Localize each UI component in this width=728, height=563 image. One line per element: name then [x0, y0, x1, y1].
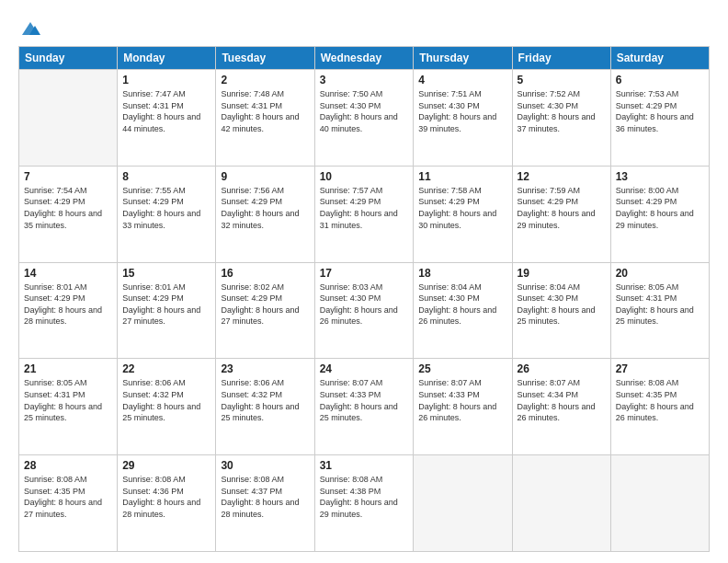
calendar-cell: 14Sunrise: 8:01 AMSunset: 4:29 PMDayligh…	[19, 262, 118, 359]
day-info: Sunrise: 8:04 AMSunset: 4:30 PMDaylight:…	[518, 282, 606, 327]
calendar: SundayMondayTuesdayWednesdayThursdayFrid…	[18, 46, 710, 552]
day-number: 11	[418, 170, 506, 183]
calendar-cell: 11Sunrise: 7:58 AMSunset: 4:29 PMDayligh…	[414, 166, 512, 262]
day-number: 19	[518, 267, 606, 280]
calendar-cell	[512, 455, 610, 552]
day-info: Sunrise: 7:56 AMSunset: 4:29 PMDaylight:…	[221, 185, 309, 231]
calendar-cell: 5Sunrise: 7:52 AMSunset: 4:30 PMDaylight…	[512, 70, 610, 167]
day-number: 26	[518, 362, 606, 375]
calendar-week-4: 21Sunrise: 8:05 AMSunset: 4:31 PMDayligh…	[19, 359, 710, 455]
calendar-cell: 12Sunrise: 7:59 AMSunset: 4:29 PMDayligh…	[512, 166, 610, 262]
day-info: Sunrise: 8:08 AMSunset: 4:35 PMDaylight:…	[24, 474, 112, 520]
day-info: Sunrise: 8:01 AMSunset: 4:29 PMDaylight:…	[122, 282, 210, 327]
day-info: Sunrise: 8:03 AMSunset: 4:30 PMDaylight:…	[320, 282, 409, 327]
day-info: Sunrise: 7:57 AMSunset: 4:29 PMDaylight:…	[320, 185, 409, 231]
day-header-monday: Monday	[118, 47, 216, 70]
day-info: Sunrise: 8:07 AMSunset: 4:34 PMDaylight:…	[518, 377, 606, 423]
calendar-week-1: 1Sunrise: 7:47 AMSunset: 4:31 PMDaylight…	[19, 70, 710, 167]
day-number: 7	[24, 170, 112, 183]
day-info: Sunrise: 7:48 AMSunset: 4:31 PMDaylight:…	[221, 88, 309, 134]
day-number: 9	[221, 170, 309, 183]
day-number: 28	[24, 459, 112, 472]
day-number: 5	[518, 74, 606, 86]
calendar-cell	[610, 455, 709, 552]
day-number: 22	[122, 362, 210, 375]
calendar-cell: 24Sunrise: 8:07 AMSunset: 4:33 PMDayligh…	[314, 359, 414, 455]
calendar-cell: 23Sunrise: 8:06 AMSunset: 4:32 PMDayligh…	[216, 359, 314, 455]
logo-icon	[20, 18, 40, 39]
day-info: Sunrise: 7:53 AMSunset: 4:29 PMDaylight:…	[616, 88, 704, 134]
day-info: Sunrise: 8:08 AMSunset: 4:38 PMDaylight:…	[320, 474, 409, 520]
page: SundayMondayTuesdayWednesdayThursdayFrid…	[0, 0, 728, 563]
day-number: 31	[320, 459, 409, 472]
calendar-cell: 25Sunrise: 8:07 AMSunset: 4:33 PMDayligh…	[414, 359, 512, 455]
day-number: 17	[320, 267, 409, 280]
day-header-tuesday: Tuesday	[216, 47, 314, 70]
calendar-cell: 27Sunrise: 8:08 AMSunset: 4:35 PMDayligh…	[610, 359, 709, 455]
day-number: 4	[418, 74, 506, 86]
day-header-thursday: Thursday	[414, 47, 512, 70]
calendar-week-3: 14Sunrise: 8:01 AMSunset: 4:29 PMDayligh…	[19, 262, 710, 359]
day-number: 12	[518, 170, 606, 183]
calendar-cell: 2Sunrise: 7:48 AMSunset: 4:31 PMDaylight…	[216, 70, 314, 167]
day-info: Sunrise: 7:55 AMSunset: 4:29 PMDaylight:…	[122, 185, 210, 231]
calendar-cell: 26Sunrise: 8:07 AMSunset: 4:34 PMDayligh…	[512, 359, 610, 455]
calendar-cell: 19Sunrise: 8:04 AMSunset: 4:30 PMDayligh…	[512, 262, 610, 359]
day-number: 15	[122, 267, 210, 280]
day-number: 23	[221, 362, 309, 375]
day-header-sunday: Sunday	[19, 47, 118, 70]
day-number: 1	[122, 74, 210, 86]
day-header-friday: Friday	[512, 47, 610, 70]
calendar-cell: 7Sunrise: 7:54 AMSunset: 4:29 PMDaylight…	[19, 166, 118, 262]
day-number: 18	[418, 267, 506, 280]
calendar-cell	[414, 455, 512, 552]
logo	[18, 20, 40, 39]
day-number: 13	[616, 170, 704, 183]
calendar-cell: 31Sunrise: 8:08 AMSunset: 4:38 PMDayligh…	[314, 455, 414, 552]
day-info: Sunrise: 8:06 AMSunset: 4:32 PMDaylight:…	[221, 377, 309, 423]
calendar-cell: 16Sunrise: 8:02 AMSunset: 4:29 PMDayligh…	[216, 262, 314, 359]
day-number: 29	[122, 459, 210, 472]
calendar-cell: 9Sunrise: 7:56 AMSunset: 4:29 PMDaylight…	[216, 166, 314, 262]
day-info: Sunrise: 8:05 AMSunset: 4:31 PMDaylight:…	[616, 282, 704, 327]
calendar-cell: 20Sunrise: 8:05 AMSunset: 4:31 PMDayligh…	[610, 262, 709, 359]
day-info: Sunrise: 8:04 AMSunset: 4:30 PMDaylight:…	[418, 282, 506, 327]
calendar-cell	[19, 70, 118, 167]
calendar-cell: 3Sunrise: 7:50 AMSunset: 4:30 PMDaylight…	[314, 70, 414, 167]
day-info: Sunrise: 8:07 AMSunset: 4:33 PMDaylight:…	[418, 377, 506, 423]
day-info: Sunrise: 8:08 AMSunset: 4:35 PMDaylight:…	[616, 377, 704, 423]
calendar-cell: 18Sunrise: 8:04 AMSunset: 4:30 PMDayligh…	[414, 262, 512, 359]
calendar-header-row: SundayMondayTuesdayWednesdayThursdayFrid…	[19, 47, 710, 70]
calendar-week-5: 28Sunrise: 8:08 AMSunset: 4:35 PMDayligh…	[19, 455, 710, 552]
calendar-cell: 29Sunrise: 8:08 AMSunset: 4:36 PMDayligh…	[118, 455, 216, 552]
calendar-cell: 28Sunrise: 8:08 AMSunset: 4:35 PMDayligh…	[19, 455, 118, 552]
day-info: Sunrise: 7:54 AMSunset: 4:29 PMDaylight:…	[24, 185, 112, 231]
calendar-cell: 4Sunrise: 7:51 AMSunset: 4:30 PMDaylight…	[414, 70, 512, 167]
calendar-cell: 21Sunrise: 8:05 AMSunset: 4:31 PMDayligh…	[19, 359, 118, 455]
day-info: Sunrise: 8:02 AMSunset: 4:29 PMDaylight:…	[221, 282, 309, 327]
calendar-cell: 6Sunrise: 7:53 AMSunset: 4:29 PMDaylight…	[610, 70, 709, 167]
day-info: Sunrise: 7:47 AMSunset: 4:31 PMDaylight:…	[122, 88, 210, 134]
day-number: 2	[221, 74, 309, 86]
calendar-cell: 22Sunrise: 8:06 AMSunset: 4:32 PMDayligh…	[118, 359, 216, 455]
day-number: 14	[24, 267, 112, 280]
calendar-cell: 1Sunrise: 7:47 AMSunset: 4:31 PMDaylight…	[118, 70, 216, 167]
day-info: Sunrise: 8:06 AMSunset: 4:32 PMDaylight:…	[122, 377, 210, 423]
day-info: Sunrise: 8:08 AMSunset: 4:37 PMDaylight:…	[221, 474, 309, 520]
day-number: 10	[320, 170, 409, 183]
calendar-cell: 30Sunrise: 8:08 AMSunset: 4:37 PMDayligh…	[216, 455, 314, 552]
day-info: Sunrise: 8:00 AMSunset: 4:29 PMDaylight:…	[616, 185, 704, 231]
day-info: Sunrise: 7:52 AMSunset: 4:30 PMDaylight:…	[518, 88, 606, 134]
day-number: 3	[320, 74, 409, 86]
day-number: 6	[616, 74, 704, 86]
calendar-cell: 10Sunrise: 7:57 AMSunset: 4:29 PMDayligh…	[314, 166, 414, 262]
calendar-cell: 8Sunrise: 7:55 AMSunset: 4:29 PMDaylight…	[118, 166, 216, 262]
day-number: 24	[320, 362, 409, 375]
calendar-cell: 15Sunrise: 8:01 AMSunset: 4:29 PMDayligh…	[118, 262, 216, 359]
day-info: Sunrise: 8:07 AMSunset: 4:33 PMDaylight:…	[320, 377, 409, 423]
day-number: 30	[221, 459, 309, 472]
day-number: 27	[616, 362, 704, 375]
day-info: Sunrise: 7:50 AMSunset: 4:30 PMDaylight:…	[320, 88, 409, 134]
day-number: 20	[616, 267, 704, 280]
day-number: 21	[24, 362, 112, 375]
